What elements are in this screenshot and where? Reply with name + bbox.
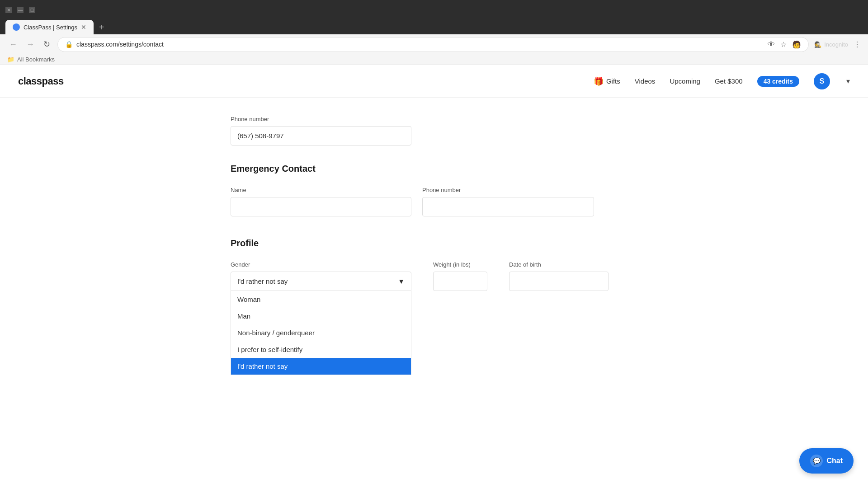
new-tab-btn[interactable]: +: [95, 22, 108, 33]
window-minimize-btn[interactable]: —: [17, 7, 24, 13]
browser-chrome: ✕ — □ ClassPass | Settings ✕ + ← → ↻ 🔒 c…: [0, 0, 868, 65]
phone-input[interactable]: [231, 126, 411, 145]
gender-select-display[interactable]: I'd rather not say ▼: [231, 272, 411, 291]
weight-input[interactable]: [433, 272, 487, 291]
tab-close-btn[interactable]: ✕: [81, 23, 86, 31]
bookmarks-label[interactable]: All Bookmarks: [17, 56, 55, 63]
upcoming-nav-item[interactable]: Upcoming: [670, 77, 700, 85]
dob-group: Date of birth: [509, 261, 609, 291]
lock-icon: 🔒: [65, 41, 73, 48]
gender-option-man[interactable]: Man: [231, 308, 411, 324]
address-bar-row: ← → ↻ 🔒 classpass.com/settings/contact 👁…: [0, 34, 868, 54]
gender-select-wrapper: I'd rather not say ▼ Woman Man Non-binar…: [231, 272, 411, 291]
dropdown-arrow-icon: ▼: [398, 277, 405, 285]
incognito-icon: 🕵: [814, 41, 821, 48]
active-tab[interactable]: ClassPass | Settings ✕: [5, 20, 94, 34]
bookmarks-bar: 📁 All Bookmarks: [0, 54, 868, 65]
window-maximize-btn[interactable]: □: [29, 7, 35, 13]
gender-option-self-identify[interactable]: I prefer to self-identify: [231, 341, 411, 358]
logo[interactable]: classpass: [18, 75, 64, 87]
gender-option-woman[interactable]: Woman: [231, 291, 411, 308]
emergency-form-row: Name Phone number: [231, 187, 637, 216]
weight-group: Weight (in lbs): [433, 261, 487, 291]
bookmarks-folder-icon: 📁: [7, 56, 14, 63]
emergency-contact-section: Emergency Contact Name Phone number: [231, 164, 637, 216]
tab-title: ClassPass | Settings: [24, 24, 77, 31]
emergency-name-label: Name: [231, 187, 411, 193]
address-bar[interactable]: 🔒 classpass.com/settings/contact 👁 ☆ 🧑: [57, 37, 809, 52]
window-controls: ✕ — □: [5, 7, 35, 13]
get300-nav-item[interactable]: Get $300: [715, 77, 743, 85]
emergency-name-input[interactable]: [231, 197, 411, 216]
gifts-label: Gifts: [606, 77, 620, 85]
incognito-label: Incognito: [824, 41, 848, 48]
settings-content: Phone number Emergency Contact Name Phon…: [231, 98, 637, 357]
credits-badge[interactable]: 43 credits: [757, 76, 799, 87]
emergency-phone-group: Phone number: [422, 187, 594, 216]
emergency-section-title: Emergency Contact: [231, 164, 637, 174]
gender-option-nonbinary[interactable]: Non-binary / genderqueer: [231, 324, 411, 341]
chat-icon: 💬: [810, 455, 823, 467]
emergency-phone-label: Phone number: [422, 187, 594, 193]
tab-favicon: [13, 23, 20, 31]
window-close-btn[interactable]: ✕: [5, 7, 12, 13]
profile-fields-row: Gender I'd rather not say ▼ Woman Man No…: [231, 261, 637, 291]
phone-section: Phone number: [231, 116, 637, 145]
gender-group: Gender I'd rather not say ▼ Woman Man No…: [231, 261, 411, 291]
chat-label: Chat: [826, 457, 843, 465]
profile-icon[interactable]: 🧑: [792, 40, 801, 49]
weight-label: Weight (in lbs): [433, 261, 487, 268]
forward-btn[interactable]: →: [24, 38, 36, 51]
gifts-nav-item[interactable]: 🎁 Gifts: [594, 76, 620, 86]
gender-dropdown-list: Woman Man Non-binary / genderqueer I pre…: [231, 291, 411, 375]
refresh-btn[interactable]: ↻: [42, 38, 52, 51]
gift-icon: 🎁: [594, 76, 604, 86]
profile-section: Profile Gender I'd rather not say ▼ Woma…: [231, 238, 637, 320]
emergency-name-group: Name: [231, 187, 411, 216]
tabs-bar: ClassPass | Settings ✕ +: [0, 20, 868, 34]
dob-label: Date of birth: [509, 261, 609, 268]
nav-links: 🎁 Gifts Videos Upcoming Get $300 43 cred…: [594, 73, 850, 89]
emergency-phone-input[interactable]: [422, 197, 594, 216]
incognito-badge: 🕵 Incognito: [814, 41, 848, 48]
star-icon[interactable]: ☆: [780, 40, 787, 49]
url-text: classpass.com/settings/contact: [76, 41, 164, 48]
gender-label: Gender: [231, 261, 411, 268]
top-nav: classpass 🎁 Gifts Videos Upcoming Get $3…: [0, 65, 868, 98]
address-bar-icons: 👁 ☆ 🧑: [768, 40, 801, 49]
app: classpass 🎁 Gifts Videos Upcoming Get $3…: [0, 65, 868, 488]
dob-input[interactable]: [509, 272, 609, 291]
title-bar: ✕ — □: [0, 0, 868, 20]
gender-option-rather-not-say[interactable]: I'd rather not say: [231, 358, 411, 375]
chevron-down-icon[interactable]: ▾: [846, 77, 850, 85]
gender-selected-value: I'd rather not say: [237, 277, 288, 285]
user-avatar[interactable]: S: [814, 73, 830, 89]
phone-label: Phone number: [231, 116, 637, 122]
eye-off-icon: 👁: [768, 40, 775, 48]
menu-icon[interactable]: ⋮: [854, 40, 861, 49]
videos-nav-item[interactable]: Videos: [635, 77, 656, 85]
back-btn[interactable]: ←: [7, 38, 19, 51]
profile-section-title: Profile: [231, 238, 637, 249]
chat-button[interactable]: 💬 Chat: [799, 448, 854, 474]
